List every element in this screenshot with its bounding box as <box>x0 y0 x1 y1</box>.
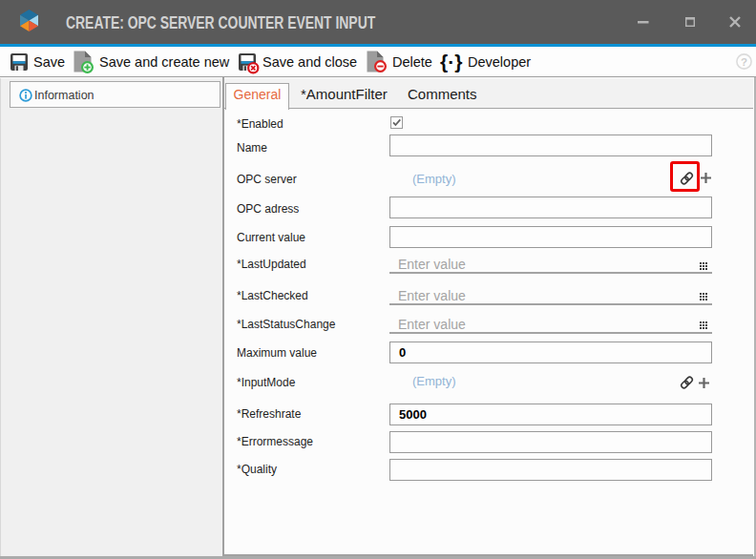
svg-text:?: ? <box>741 56 747 68</box>
